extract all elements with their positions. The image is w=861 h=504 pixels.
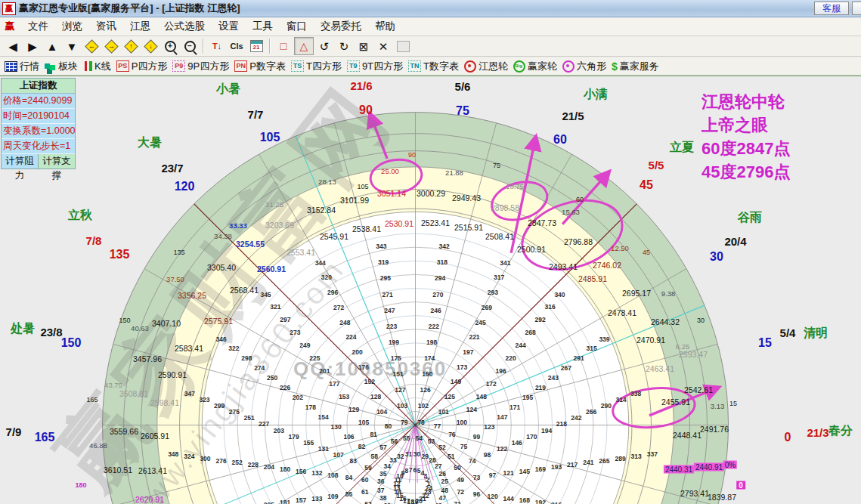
- index-name: 上证指数: [2, 79, 75, 94]
- cls-icon[interactable]: Cls: [228, 38, 246, 54]
- annotation-text: 江恩轮中轮上帝之眼60度2847点45度2796点: [701, 90, 790, 184]
- customer-service-button[interactable]: 客服: [814, 2, 849, 15]
- menu-item-浏览[interactable]: 浏览: [55, 17, 89, 36]
- toolbar-item-label: 六角形: [577, 60, 606, 73]
- badge: PS: [116, 60, 129, 72]
- menu-item-江恩[interactable]: 江恩: [123, 17, 157, 36]
- grid-icon: [5, 61, 17, 72]
- dollar-icon: $: [612, 60, 618, 73]
- toolbar-item-行情[interactable]: 行情: [5, 60, 39, 73]
- pointer-down-icon[interactable]: ▼: [63, 38, 81, 54]
- annotation-line: 60度2847点: [701, 137, 790, 160]
- toolbar-item-label: 行情: [20, 60, 39, 73]
- toolbar-item-label: 9T四方形: [362, 60, 403, 73]
- board-icon[interactable]: [394, 38, 412, 54]
- annotation-line: 江恩轮中轮: [701, 90, 790, 113]
- annotation-line: 45度2796点: [701, 160, 790, 184]
- blocks-icon: [45, 63, 50, 69]
- menu-bar: 赢 文件浏览资讯江恩公式选股设置工具窗口交易委托帮助: [0, 17, 861, 36]
- menu-item-设置[interactable]: 设置: [212, 17, 246, 36]
- info-row: 价格=2440.9099: [2, 94, 75, 109]
- toolbar-item-六角形[interactable]: 六角形: [562, 60, 606, 73]
- menu-item-交易委托[interactable]: 交易委托: [314, 17, 368, 36]
- toolbar-item-label: 赢家轮: [528, 60, 557, 73]
- menu-item-工具[interactable]: 工具: [246, 17, 280, 36]
- toolbar-item-P四方形[interactable]: PSP四方形: [116, 60, 168, 73]
- box-x-icon[interactable]: ⊠: [355, 38, 373, 54]
- nav-back-icon[interactable]: ◀: [4, 38, 22, 54]
- toolbar-item-板块[interactable]: 板块: [45, 60, 78, 73]
- toolbar-item-K线[interactable]: K线: [83, 60, 111, 73]
- zoom-in-icon[interactable]: +: [161, 38, 179, 54]
- zoom-out-icon[interactable]: −: [181, 38, 199, 54]
- ring-icon: [562, 60, 575, 73]
- menu-item-帮助[interactable]: 帮助: [368, 17, 402, 36]
- gann-wheel-chart-area: 赢家财富网 www.yingjia360.com QQ:100850360 小暑…: [0, 76, 861, 504]
- pan-up-icon[interactable]: ↑: [122, 38, 140, 54]
- badge: PN: [234, 60, 247, 72]
- toolbar-item-赢家服务[interactable]: $赢家服务: [612, 60, 659, 73]
- toolbar-item-label: 赢家服务: [620, 60, 659, 73]
- app-logo-icon: 赢: [2, 2, 16, 15]
- toolbar-item-T四方形[interactable]: TST四方形: [291, 60, 342, 73]
- menu-item-文件[interactable]: 文件: [21, 17, 55, 36]
- app-window: 赢 赢家江恩专业版[赢家服务平台] - [上证指数 江恩轮] 客服 赢 文件浏览…: [0, 0, 861, 504]
- pan-left-icon[interactable]: ←: [82, 38, 101, 54]
- menu-item-公式选股[interactable]: 公式选股: [157, 17, 212, 36]
- rotate-cw-icon[interactable]: ↻: [335, 38, 353, 54]
- toolbar-item-label: 9P四方形: [187, 60, 229, 73]
- ring-icon: [464, 60, 476, 73]
- annotation-line: 上帝之眼: [701, 113, 790, 137]
- kline-icon: [83, 61, 92, 71]
- toolbar-item-label: 江恩轮: [479, 60, 508, 73]
- toolbar-item-label: P数字表: [249, 60, 286, 73]
- resize-icon[interactable]: ✕: [374, 38, 392, 54]
- badge: TS: [291, 60, 304, 72]
- toolbar-separator: [203, 39, 204, 54]
- menu-item-窗口[interactable]: 窗口: [280, 17, 314, 36]
- toolbar-item-label: T数字表: [423, 60, 459, 73]
- toolbar-item-9P四方形[interactable]: P99P四方形: [172, 60, 229, 73]
- clipped-button[interactable]: [852, 2, 861, 15]
- toolbar-item-9T四方形[interactable]: T99T四方形: [347, 60, 403, 73]
- toolbar-item-赢家轮[interactable]: Big赢家轮: [513, 60, 557, 73]
- badge: T9: [347, 60, 360, 72]
- pointer-up-icon[interactable]: ▲: [43, 38, 61, 54]
- main-toolbar: ◀▶▲▼←→↑↓+−T↓Cls21□△↺↻⊠✕: [0, 36, 861, 57]
- calc-resistance-button[interactable]: 计算阻力: [2, 154, 39, 169]
- rect-tool-icon[interactable]: □: [274, 38, 293, 54]
- pan-right-icon[interactable]: →: [102, 38, 120, 54]
- menu-item-资讯[interactable]: 资讯: [89, 17, 123, 36]
- index-info-panel: 上证指数 价格=2440.9099时间=20190104变换系数=1.00000…: [1, 78, 76, 169]
- calc-support-button[interactable]: 计算支撑: [39, 154, 75, 169]
- title-bar: 赢 赢家江恩专业版[赢家服务平台] - [上证指数 江恩轮] 客服: [0, 0, 861, 17]
- toolbar-item-label: P四方形: [132, 60, 168, 73]
- window-title: 赢家江恩专业版[赢家服务平台] - [上证指数 江恩轮]: [19, 2, 240, 15]
- toolbar-item-label: T四方形: [306, 60, 342, 73]
- chart-type-toolbar: 行情板块K线PSP四方形P99P四方形PNP数字表TST四方形T99T四方形TN…: [0, 57, 861, 76]
- t-updown-icon[interactable]: T↓: [208, 38, 226, 54]
- toolbar-item-江恩轮[interactable]: 江恩轮: [464, 60, 508, 73]
- nav-forward-icon[interactable]: ▶: [23, 38, 42, 54]
- badge: TN: [408, 60, 421, 72]
- rotate-ccw-icon[interactable]: ↺: [315, 38, 333, 54]
- menu-logo-icon: 赢: [3, 20, 17, 32]
- calendar-icon[interactable]: 21: [247, 38, 265, 54]
- toolbar-item-label: K线: [94, 60, 111, 73]
- info-row: 时间=20190104: [2, 109, 75, 124]
- info-row: 变换系数=1.00000: [2, 124, 75, 139]
- toolbar-item-P数字表[interactable]: PNP数字表: [234, 60, 286, 73]
- toolbar-item-label: 板块: [58, 60, 78, 73]
- toolbar-separator: [269, 39, 271, 54]
- pan-down-icon[interactable]: ↓: [141, 38, 160, 54]
- badge: P9: [172, 60, 185, 72]
- toolbar-item-T数字表[interactable]: TNT数字表: [408, 60, 459, 73]
- ring-big-icon: Big: [513, 60, 525, 73]
- info-row: 周天变化步长=1: [2, 139, 75, 154]
- triangle-tool-icon[interactable]: △: [294, 37, 314, 55]
